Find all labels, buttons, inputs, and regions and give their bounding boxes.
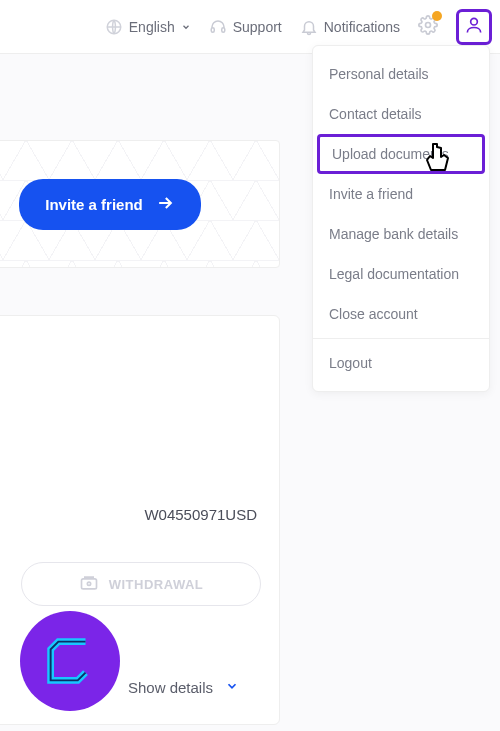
cursor-pointer-icon <box>420 140 454 184</box>
svg-point-7 <box>87 582 90 585</box>
notifications-label: Notifications <box>324 19 400 35</box>
menu-upload-documents[interactable]: Upload documents <box>317 134 485 174</box>
menu-logout[interactable]: Logout <box>313 343 489 383</box>
withdraw-label: WITHDRAWAL <box>109 577 204 592</box>
invite-friend-button[interactable]: Invite a friend <box>19 179 201 230</box>
chevron-down-icon <box>181 22 191 32</box>
person-icon <box>464 15 484 39</box>
show-details-label: Show details <box>128 679 213 696</box>
globe-icon <box>105 18 123 36</box>
menu-manage-bank[interactable]: Manage bank details <box>313 214 489 254</box>
language-selector[interactable]: English <box>105 18 191 36</box>
arrow-right-icon <box>155 193 175 216</box>
headset-icon <box>209 18 227 36</box>
menu-close-account[interactable]: Close account <box>313 294 489 334</box>
invite-card: Invite a friend <box>0 140 280 268</box>
svg-point-3 <box>426 22 431 27</box>
bell-icon <box>300 18 318 36</box>
menu-contact-details[interactable]: Contact details <box>313 94 489 134</box>
brand-badge[interactable] <box>20 611 120 711</box>
profile-dropdown: Personal details Contact details Upload … <box>312 45 490 392</box>
brand-logo-icon <box>39 630 101 692</box>
show-details-toggle[interactable]: Show details <box>128 679 239 696</box>
profile-button[interactable] <box>456 9 492 45</box>
settings-button[interactable] <box>418 15 438 39</box>
support-label: Support <box>233 19 282 35</box>
support-link[interactable]: Support <box>209 18 282 36</box>
chevron-down-icon <box>225 679 239 696</box>
language-label: English <box>129 19 175 35</box>
withdraw-icon <box>79 573 99 596</box>
invite-button-label: Invite a friend <box>45 196 143 213</box>
wallet-id: W04550971USD <box>144 506 257 523</box>
menu-personal-details[interactable]: Personal details <box>313 54 489 94</box>
svg-point-4 <box>471 18 478 25</box>
menu-divider <box>313 338 489 339</box>
svg-rect-2 <box>221 27 224 32</box>
withdrawal-button[interactable]: WITHDRAWAL <box>21 562 261 606</box>
svg-rect-1 <box>211 27 214 32</box>
menu-legal-docs[interactable]: Legal documentation <box>313 254 489 294</box>
notification-badge <box>432 11 442 21</box>
notifications-link[interactable]: Notifications <box>300 18 400 36</box>
menu-invite-friend[interactable]: Invite a friend <box>313 174 489 214</box>
svg-rect-6 <box>81 578 96 588</box>
